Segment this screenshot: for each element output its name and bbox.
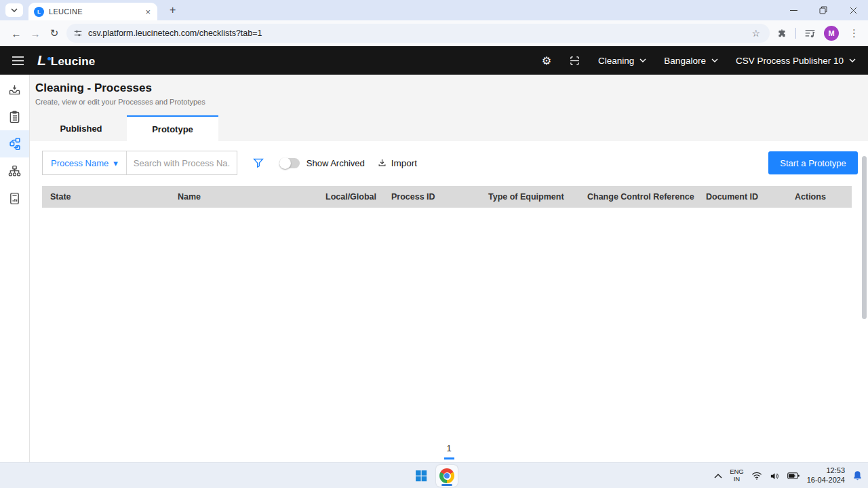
battery-icon[interactable] — [787, 472, 800, 480]
page-title: Cleaning - Processes — [35, 81, 868, 95]
date-text: 16-04-2024 — [807, 476, 845, 485]
time-text: 12:53 — [807, 466, 845, 476]
screen: L LEUCINE × + ← → ↻ csv.platform.leucine… — [0, 0, 868, 488]
column-header: Change Control Reference — [587, 192, 706, 202]
sidebar — [0, 75, 30, 462]
tab-title: LEUCINE — [49, 7, 144, 16]
close-window-button[interactable] — [838, 0, 868, 20]
reload-button[interactable]: ↻ — [45, 24, 64, 43]
view-tabs: Published Prototype — [30, 115, 868, 141]
settings-gear-icon[interactable]: ⚙ — [542, 54, 551, 67]
chrome-icon — [439, 468, 454, 483]
wifi-icon[interactable] — [751, 472, 762, 480]
facility-dropdown[interactable]: Bangalore — [664, 56, 718, 66]
chevron-down-icon — [11, 8, 18, 12]
chevron-down-icon — [849, 58, 856, 62]
browser-tabstrip: L LEUCINE × + — [0, 0, 868, 20]
site-settings-icon — [73, 29, 83, 38]
maximize-button[interactable] — [808, 0, 838, 20]
bookmark-star-icon[interactable]: ☆ — [749, 28, 763, 39]
close-tab-icon[interactable]: × — [144, 7, 152, 17]
address-bar[interactable]: csv.platform.leucinetech.com/checklists?… — [66, 24, 770, 43]
sidebar-item-checklists[interactable] — [0, 103, 29, 130]
tab-prototype[interactable]: Prototype — [127, 115, 218, 141]
media-controls-icon[interactable] — [804, 29, 816, 39]
filter-funnel-icon[interactable] — [252, 157, 264, 169]
show-archived-toggle[interactable] — [279, 158, 300, 168]
checklist-icon — [7, 110, 22, 124]
extensions-icon[interactable] — [776, 28, 787, 39]
column-header: Process ID — [391, 192, 488, 202]
language-indicator[interactable]: ENG IN — [730, 468, 744, 483]
forward-button[interactable]: → — [26, 24, 45, 43]
caret-down-icon: ▾ — [113, 158, 118, 168]
column-header: Type of Equipment — [488, 192, 587, 202]
taskbar-center — [410, 463, 458, 488]
system-tray: ENG IN 12:53 16-04-2024 — [714, 463, 863, 488]
minimize-button[interactable] — [778, 0, 808, 20]
sidebar-item-org-structure[interactable] — [0, 157, 29, 185]
page-indicator — [444, 457, 454, 459]
page-content: Cleaning - Processes Create, view or edi… — [30, 75, 868, 462]
sidebar-item-processes[interactable] — [0, 130, 29, 157]
search-input[interactable] — [127, 151, 237, 174]
column-header: Document ID — [706, 192, 795, 202]
start-button[interactable] — [410, 465, 432, 487]
profile-avatar[interactable]: M — [824, 26, 839, 41]
inbox-icon — [7, 83, 22, 97]
windows-taskbar: ENG IN 12:53 16-04-2024 — [0, 462, 868, 488]
column-header: Local/Global — [326, 192, 391, 202]
site-favicon-icon: L — [34, 7, 44, 17]
table-toolbar: Process Name ▾ Show Archived Import — [42, 151, 858, 175]
app-logo: L Leucine — [37, 52, 95, 69]
clock[interactable]: 12:53 16-04-2024 — [807, 466, 845, 485]
column-header: Name — [178, 192, 326, 202]
search-field-dropdown[interactable]: Process Name ▾ — [43, 151, 127, 174]
process-flow-icon — [7, 136, 22, 151]
new-tab-button[interactable]: + — [167, 4, 178, 16]
main-area: Cleaning - Processes Create, view or edi… — [0, 75, 868, 462]
back-button[interactable]: ← — [7, 24, 26, 43]
browser-toolbar: ← → ↻ csv.platform.leucinetech.com/check… — [0, 20, 868, 46]
page-subtitle: Create, view or edit your Processes and … — [35, 98, 868, 106]
sidebar-item-inbox[interactable] — [0, 76, 29, 103]
windows-logo-icon — [414, 469, 428, 483]
restore-icon — [819, 6, 827, 14]
tab-search-button[interactable] — [5, 3, 23, 17]
tab-published[interactable]: Published — [35, 115, 127, 141]
toggle-knob — [279, 157, 291, 169]
minimize-icon — [790, 7, 797, 14]
sidebar-item-reports[interactable] — [0, 185, 29, 212]
url-text: csv.platform.leucinetech.com/checklists?… — [88, 29, 749, 38]
browser-menu-icon[interactable]: ⋮ — [847, 27, 861, 39]
import-download-icon — [377, 157, 387, 168]
scrollbar-thumb[interactable] — [862, 156, 867, 319]
table-header-row: StateNameLocal/GlobalProcess IDType of E… — [42, 186, 852, 208]
scan-icon[interactable] — [569, 55, 580, 67]
table-panel: Process Name ▾ Show Archived Import — [30, 141, 868, 462]
toolbar-divider — [795, 28, 796, 39]
org-chart-icon — [7, 164, 22, 179]
app-header: L Leucine ⚙ Cleaning Bangalore CSV Proce… — [0, 46, 868, 75]
notification-bell-icon[interactable] — [852, 470, 863, 481]
tray-expand-icon[interactable] — [714, 474, 722, 478]
column-header: Actions — [795, 192, 852, 202]
import-button[interactable]: Import — [377, 157, 417, 168]
window-controls — [778, 0, 868, 20]
close-icon — [850, 7, 857, 14]
start-prototype-button[interactable]: Start a Prototype — [768, 151, 858, 174]
page-number[interactable]: 1 — [30, 443, 868, 453]
page-head: Cleaning - Processes Create, view or edi… — [30, 75, 868, 113]
search-combo: Process Name ▾ — [42, 151, 237, 175]
browser-tab[interactable]: L LEUCINE × — [28, 3, 157, 20]
chevron-down-icon — [711, 58, 718, 62]
chrome-taskbar-button[interactable] — [436, 465, 458, 487]
chevron-down-icon — [639, 58, 646, 62]
user-role-dropdown[interactable]: CSV Process Publisher 10 — [736, 56, 856, 66]
use-case-dropdown[interactable]: Cleaning — [598, 56, 646, 66]
hamburger-menu-icon[interactable] — [12, 56, 24, 65]
toolbar-right: M ⋮ — [776, 26, 861, 41]
leucine-logo-icon: L — [37, 52, 51, 69]
volume-icon[interactable] — [770, 472, 780, 481]
pagination: 1 — [30, 443, 868, 459]
